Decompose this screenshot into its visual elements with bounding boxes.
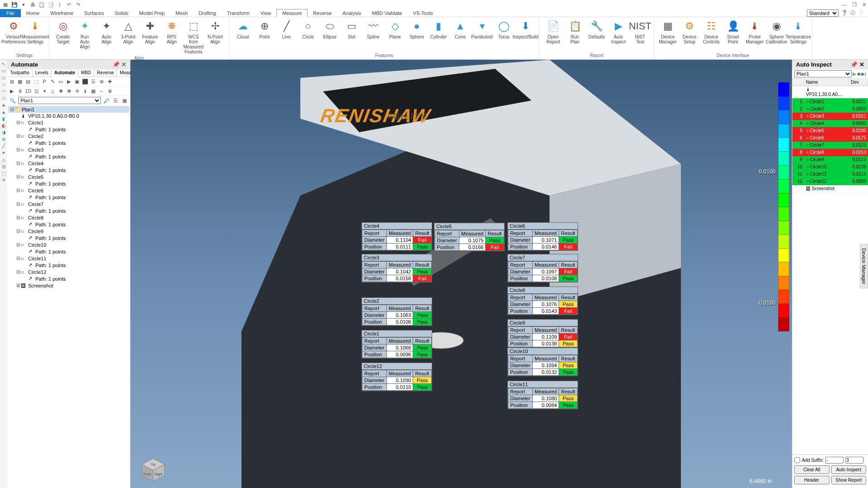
tree-item[interactable]: ⊟○Circle6: [8, 187, 129, 194]
tree-item[interactable]: ↗Path: 1 points: [8, 221, 129, 228]
plan-icon[interactable]: 🔍: [9, 97, 16, 104]
ribbon-feature[interactable]: ✚FeatureAlign: [139, 18, 161, 45]
table-row[interactable]: 10○ Circle100.0138: [792, 163, 868, 171]
toolbar-icon[interactable]: ▭: [57, 78, 64, 85]
ribbon-device[interactable]: ⚙DeviceSetup: [679, 18, 700, 45]
table-row[interactable]: 8○ Circle80.0153: [792, 149, 868, 156]
left-tool-icon[interactable]: △: [2, 157, 5, 162]
toolbar-icon[interactable]: △: [49, 87, 56, 95]
ribbon-ellipse[interactable]: ⬭Ellipse: [319, 18, 341, 40]
ribbon-sphere[interactable]: ●Sphere: [406, 18, 428, 40]
tree-item[interactable]: ⊟○Circle8: [8, 214, 129, 221]
ribbon-wcs-from[interactable]: ⬚WCS fromMeasured Features: [183, 18, 204, 55]
toolbar-icon[interactable]: ▦: [90, 87, 97, 95]
table-row[interactable]: 11○ Circle110.0115: [792, 171, 868, 178]
table-row[interactable]: 6○ Circle60.0175: [792, 134, 868, 142]
ribbon-defaults[interactable]: 🔧Defaults: [586, 18, 608, 40]
ribbon-create[interactable]: ◎CreateTarget: [52, 18, 74, 45]
toolbar-icon[interactable]: ❋: [65, 87, 72, 95]
tree-item[interactable]: 🌡VP10.1.30.0.A0.0-B0.0: [8, 113, 129, 119]
menu-vs-tools[interactable]: VS-Tools: [407, 10, 438, 17]
tree-item[interactable]: ↗Path: 1 points: [8, 234, 129, 241]
left-tool-icon[interactable]: ◐: [2, 123, 6, 128]
suffix-num-input[interactable]: [845, 457, 863, 464]
toolbar-icon[interactable]: ⊡: [33, 87, 40, 95]
left-tool-icon[interactable]: ✢: [2, 177, 5, 182]
table-row-vp[interactable]: 🌡 VP10.1.30.0.A0....: [792, 86, 868, 98]
maximize-button[interactable]: ❐: [852, 2, 857, 8]
toolbar-icon[interactable]: ⊕: [106, 87, 113, 95]
ribbon-auto[interactable]: ✦AutoAlign: [96, 18, 117, 45]
plan-select[interactable]: Plan1: [18, 97, 101, 104]
qat-undo-icon[interactable]: ↶: [65, 1, 72, 8]
table-row[interactable]: 1○ Circle10.0101: [792, 98, 868, 105]
left-tool-icon[interactable]: ⊕: [2, 137, 5, 142]
tab-levels[interactable]: Levels: [33, 69, 52, 77]
toolbar-icon[interactable]: ✢: [73, 87, 81, 95]
help-icon[interactable]: ❓: [841, 10, 848, 16]
callout-circle1[interactable]: Circle1ReportMeasuredResultDiameter0.106…: [362, 330, 432, 359]
show-report-button[interactable]: Show Report: [831, 476, 867, 484]
left-tool-icon[interactable]: ◑: [2, 130, 6, 135]
info-icon[interactable]: ⓘ: [850, 10, 855, 16]
tab-toolpaths[interactable]: Toolpaths: [7, 69, 33, 77]
ribbon-verisurf[interactable]: ⚙VerisurfPreferences: [3, 18, 24, 45]
toolbar-icon[interactable]: ✦: [41, 87, 48, 95]
callout-circle11[interactable]: Circle11ReportMeasuredResultDiameter0.10…: [507, 381, 578, 409]
qat-icon[interactable]: ▾: [20, 1, 27, 8]
col-dev[interactable]: Dev: [849, 79, 868, 86]
tree-item[interactable]: ↗Path: 1 points: [8, 153, 129, 160]
table-row-screenshot[interactable]: 🖼 Screenshot: [792, 185, 868, 192]
menu-surfaces[interactable]: Surfaces: [79, 10, 109, 17]
menu-mesh[interactable]: Mesh: [170, 10, 193, 17]
table-row[interactable]: 12○ Circle120.0099: [792, 178, 868, 185]
callout-circle10[interactable]: Circle10ReportMeasuredResultDiameter0.10…: [507, 348, 578, 376]
toolbar-icon[interactable]: P: [41, 78, 48, 85]
tree-item[interactable]: ↗Path: 1 points: [8, 207, 129, 214]
table-row[interactable]: 3○ Circle30.0151: [792, 113, 868, 120]
ribbon-3-point[interactable]: △3-PointAlign: [117, 18, 139, 45]
plan-select[interactable]: Plan1: [794, 70, 852, 77]
left-tool-icon[interactable]: ╱: [2, 144, 5, 148]
menu-view[interactable]: View: [255, 10, 277, 17]
table-row[interactable]: 5○ Circle50.0180: [792, 127, 868, 134]
qat-icon[interactable]: 📑: [47, 1, 54, 8]
tree-item[interactable]: ⊟○Circle5: [8, 173, 129, 180]
tree-item[interactable]: ⊟📁Plan1: [8, 106, 129, 113]
tree-item[interactable]: ⊟○Circle2: [8, 133, 129, 139]
clear-all-button[interactable]: Clear All: [794, 465, 829, 474]
tree-item[interactable]: ⊟○Circle4: [8, 160, 129, 167]
table-row[interactable]: 4○ Circle40.0080: [792, 120, 868, 127]
viewport-3d[interactable]: RENISHAW AGILITY Circle4ReportMeasuredRe…: [130, 60, 792, 488]
help2-icon[interactable]: ❔: [858, 10, 864, 16]
qat-icon[interactable]: |: [56, 1, 63, 8]
qat-icon[interactable]: ▦: [2, 1, 9, 8]
ribbon-cone[interactable]: ▲Cone: [449, 18, 471, 40]
tab-automate[interactable]: Automate: [52, 69, 78, 77]
tree-item[interactable]: ↗Path: 1 points: [8, 275, 129, 282]
step-icon[interactable]: ▶|: [861, 71, 866, 77]
ribbon-temperature[interactable]: 🌡TemperatureSettings: [787, 18, 809, 45]
ribbon-run[interactable]: 📋RunPlan: [564, 18, 586, 45]
ribbon-line[interactable]: ╱Line: [275, 18, 297, 40]
tree-item[interactable]: ↗Path: 1 points: [8, 167, 129, 173]
menu-mbd-validate[interactable]: MBD Validate: [366, 10, 407, 17]
menu-home[interactable]: Home: [21, 10, 45, 17]
menu-wireframe[interactable]: Wireframe: [45, 10, 79, 17]
callout-circle5[interactable]: Circle5ReportMeasuredResultDiameter0.107…: [434, 223, 505, 251]
ribbon-n-point[interactable]: ✢N-PointAlign: [204, 18, 226, 45]
search-icon[interactable]: 🔎: [103, 97, 110, 104]
toolbar-icon[interactable]: ↔: [98, 87, 105, 95]
tree-item[interactable]: ⊟○Circle12: [8, 268, 129, 275]
view-mode-select[interactable]: Standard: [807, 10, 839, 17]
auto-inspect-button[interactable]: Auto Inspect: [831, 465, 867, 474]
ribbon-device[interactable]: ▦DeviceManager: [657, 18, 679, 45]
tree-item[interactable]: ⊟○Circle9: [8, 228, 129, 234]
ribbon-circle[interactable]: ○Circle: [297, 18, 319, 40]
add-suffix-checkbox[interactable]: [794, 457, 800, 463]
tree-item[interactable]: ⊟○Circle3: [8, 146, 129, 153]
left-tool-icon[interactable]: ⬚: [2, 171, 6, 176]
tree-item[interactable]: ↗Path: 1 points: [8, 126, 129, 133]
callout-circle6[interactable]: Circle6ReportMeasuredResultDiameter0.107…: [507, 222, 578, 251]
qat-icon[interactable]: 📋: [38, 1, 45, 8]
